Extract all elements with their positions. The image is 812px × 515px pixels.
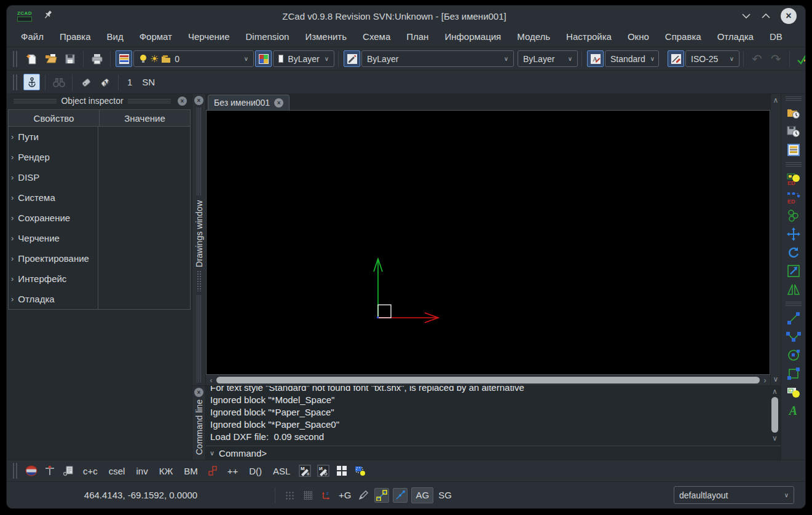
expander-icon[interactable]: › [11, 254, 14, 263]
scale-value[interactable]: 1 [127, 77, 132, 87]
red-nodes-button[interactable] [206, 464, 219, 478]
btn-d-paren[interactable]: D() [249, 466, 262, 476]
save-button[interactable] [61, 50, 78, 67]
linetype-edit-button[interactable] [344, 50, 360, 67]
ag-toggle-button[interactable]: AG [411, 487, 433, 503]
grid-toggle-icon[interactable] [282, 488, 297, 503]
canvas-hscrollbar[interactable]: ‹ › [206, 375, 770, 385]
command-history[interactable]: For text style "Standard" not found font… [206, 386, 781, 446]
menu-help[interactable]: Справка [657, 31, 709, 42]
circle-tool-button[interactable] [786, 348, 802, 363]
toolbar-drag-handle[interactable] [786, 162, 802, 167]
tab-close-icon[interactable]: × [274, 98, 283, 108]
lineweight-combobox[interactable]: ByLayer ∨ [518, 50, 578, 67]
text-style-combobox[interactable]: Standard ∨ [605, 50, 659, 67]
linetype-combobox[interactable]: ByLayer ∨ [361, 50, 514, 67]
move-button[interactable] [786, 227, 802, 242]
command-line-strip[interactable]: × Command line [192, 386, 206, 460]
tag-m-button[interactable]: M [97, 74, 113, 90]
tree-item-paths[interactable]: ›Пути [9, 127, 190, 147]
tree-item-drafting[interactable]: ›Черчение [9, 228, 190, 248]
layers-dialog-button[interactable] [116, 50, 132, 67]
sphere-button[interactable] [25, 464, 38, 478]
command-prompt-text[interactable]: Command> [219, 448, 267, 458]
expander-icon[interactable]: › [11, 294, 14, 304]
doc-options-button[interactable] [61, 464, 75, 478]
btn-csel[interactable]: csel [109, 466, 125, 476]
column-value[interactable]: Значение [100, 110, 190, 126]
redo-button[interactable]: ↷ [768, 50, 784, 67]
btn-vm[interactable]: ВМ [184, 466, 198, 476]
toolbar-drag-handle[interactable] [13, 74, 17, 90]
text-tool-button[interactable]: A [786, 403, 802, 418]
minimize-button[interactable] [741, 12, 751, 20]
btn-plus-plus[interactable]: ++ [227, 466, 238, 476]
copy-button[interactable] [786, 208, 802, 223]
menu-modify[interactable]: Изменить [297, 31, 355, 42]
tag-button[interactable] [77, 74, 94, 90]
toolbar-drag-handle[interactable] [13, 51, 17, 67]
column-property[interactable]: Свойство [9, 110, 100, 126]
tree-item-render[interactable]: ›Рендер [9, 147, 190, 167]
autosave-button[interactable] [786, 124, 802, 139]
g-snap-toggle[interactable]: +G [339, 490, 351, 500]
object-snap-toggle-icon[interactable] [374, 488, 389, 503]
rotate-button[interactable] [786, 245, 802, 260]
scroll-up-icon[interactable]: ∧ [771, 387, 779, 396]
expander-icon[interactable]: › [11, 132, 14, 141]
rectangle-tool-button[interactable] [786, 366, 802, 381]
dim-style-edit-button[interactable] [668, 50, 684, 67]
scroll-up-icon[interactable]: ∧ [772, 96, 780, 104]
command-line-close-icon[interactable]: × [194, 388, 203, 397]
scroll-right-icon[interactable]: › [761, 376, 769, 385]
drag-dots[interactable] [197, 270, 202, 291]
mirror-button[interactable] [786, 282, 802, 297]
drawings-window-strip[interactable]: × Drawings window [192, 94, 206, 385]
pin-t-button[interactable] [43, 464, 57, 478]
menu-dimension[interactable]: Dimension [238, 31, 298, 42]
dim-style-combobox[interactable]: ISO-25 ∨ [685, 50, 739, 67]
fine-grid-toggle-icon[interactable] [301, 488, 315, 503]
object-inspector-header[interactable]: Object inspector × [7, 94, 192, 108]
btn-c-plus-c[interactable]: c+c [83, 466, 98, 476]
vscroll-thumb[interactable] [771, 397, 778, 433]
edit-entity-button[interactable]: ED [786, 171, 802, 186]
menu-view[interactable]: Вид [99, 31, 132, 42]
open-recent-button[interactable] [786, 106, 802, 120]
menu-information[interactable]: Информация [436, 31, 509, 42]
tree-item-disp[interactable]: ›DISP [9, 167, 190, 187]
menu-format[interactable]: Формат [132, 31, 180, 42]
menu-schema[interactable]: Схема [355, 31, 398, 42]
polar-snap-toggle-icon[interactable] [393, 488, 408, 503]
scroll-down-icon[interactable]: ∨ [771, 434, 779, 442]
close-button[interactable]: × [781, 8, 797, 24]
maximize-button[interactable] [761, 12, 771, 20]
drawings-window-close-icon[interactable]: × [194, 96, 203, 105]
menu-edit[interactable]: Правка [52, 31, 99, 42]
expander-icon[interactable]: › [11, 213, 14, 222]
menu-plan[interactable]: План [398, 31, 436, 42]
polyline-tool-button[interactable] [786, 329, 802, 344]
axes-toggle-icon[interactable]: z [319, 488, 334, 503]
block-tool-button[interactable] [786, 385, 802, 399]
grid-blocks-button[interactable] [335, 464, 349, 478]
scale-button[interactable] [786, 264, 802, 278]
layout-combobox[interactable]: defaultlayout ∨ [674, 486, 794, 504]
btn-inv[interactable]: inv [136, 466, 148, 476]
anchor-button[interactable] [23, 74, 40, 90]
drawing-canvas[interactable] [206, 110, 770, 375]
scroll-left-icon[interactable]: ‹ [207, 376, 215, 385]
color-combobox[interactable]: ByLayer ∨ [273, 50, 334, 67]
print-button[interactable] [89, 50, 105, 67]
apply-pencil-button[interactable] [795, 50, 806, 67]
toolbar-drag-handle[interactable] [13, 463, 17, 479]
canvas-vscrollbar[interactable]: ∧ ∨ [770, 94, 781, 385]
selection-mode-button[interactable] [353, 464, 367, 478]
colors-dialog-button[interactable] [255, 50, 272, 67]
menu-settings[interactable]: Настройка [558, 31, 620, 42]
sn-toggle[interactable]: SN [142, 77, 155, 87]
hscroll-thumb[interactable] [216, 377, 760, 383]
toolbar-drag-handle[interactable] [786, 96, 802, 101]
expander-icon[interactable]: › [11, 173, 14, 182]
menu-debug[interactable]: Отладка [709, 31, 762, 42]
